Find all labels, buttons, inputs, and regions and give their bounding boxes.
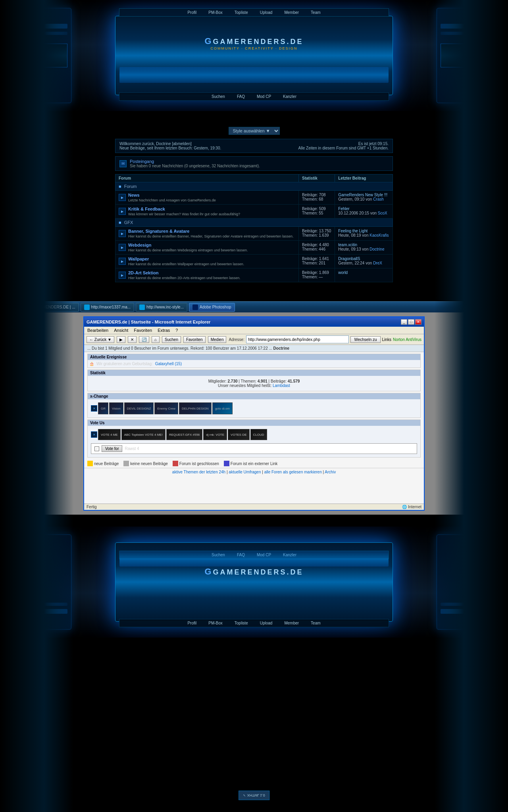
vote-banner-5[interactable]: CLOUD — [250, 429, 267, 440]
logo-area: GGAMERENDERS.DE COMMUNITY · CREATIVITY ·… — [115, 16, 393, 50]
exchange-banner-3[interactable]: Enemy Crew — [154, 402, 178, 414]
nav-upload[interactable]: Upload — [260, 10, 273, 15]
forum-name-wallpaper[interactable]: Wallpaper — [128, 257, 244, 261]
welcome-bar: Willkommen zurück, Doctrine [abmelden] N… — [115, 139, 393, 153]
lastpost-user-news[interactable]: Crash — [373, 197, 384, 201]
ie-refresh-button[interactable]: 🔄 — [139, 336, 149, 343]
vote-banner-4[interactable]: VOTES DE — [228, 429, 249, 440]
post-icon: ✉ — [119, 160, 127, 167]
forum-name-banner[interactable]: Banner, Signaturen & Avatare — [128, 229, 294, 234]
nav-pmbox[interactable]: PM-Box — [208, 10, 223, 15]
nav-faq[interactable]: FAQ — [237, 94, 245, 99]
taskbar-item-1[interactable]: http://maxxr1337.ma... — [81, 303, 135, 312]
exchange-banner-4[interactable]: DELPHIN DESIGN — [179, 402, 212, 414]
nav-team[interactable]: Team — [311, 10, 320, 15]
bottom-nav-member[interactable]: Member — [284, 621, 299, 625]
lastpost-title-wallpaper[interactable]: DragonballS — [338, 257, 389, 261]
nav-modcp[interactable]: Mod CP — [257, 94, 271, 99]
bottom-nav-profil[interactable]: Profil — [187, 621, 196, 625]
lastpost-title-2d[interactable]: world — [338, 270, 389, 275]
forum-icon-wallpaper: ▶ — [119, 258, 126, 265]
lastpost-2d: world — [335, 268, 393, 282]
taskbar-item-ps[interactable]: Adobe Photoshop — [189, 303, 235, 312]
nav-topliste[interactable]: Topliste — [235, 10, 248, 15]
menu-bearbeiten[interactable]: Bearbeiten — [86, 327, 110, 333]
lastpost-user-wallpaper[interactable]: DreX — [373, 261, 382, 265]
ie-back-button[interactable]: ← Zurück ▼ — [87, 336, 114, 343]
ie-toolbar: ← Zurück ▼ ▶ ✕ 🔄 ⌂ Suchen Favoriten Medi… — [84, 334, 424, 345]
nav-profil[interactable]: Profil — [187, 10, 196, 15]
footer-link-2[interactable]: alle Foren als gelesen markieren — [264, 470, 322, 474]
ie-search-button[interactable]: Suchen — [162, 336, 181, 343]
bottom-nav-upload[interactable]: Upload — [260, 621, 273, 625]
lastpost-user-web[interactable]: Doctrine — [369, 247, 384, 251]
vote-banner-3[interactable]: dj rnk: VOTE — [203, 429, 227, 440]
newest-member[interactable]: Lambdast — [273, 383, 290, 388]
exchange-banner-5[interactable]: goto di.om — [212, 402, 233, 414]
ie-fav-button[interactable]: Favoriten — [183, 336, 206, 343]
bottom-nav-team[interactable]: Team — [311, 621, 320, 625]
forum-info-2d: 2D-Art Sektion Hier kannst du deine erst… — [128, 270, 241, 280]
vote-title: Vote Us — [88, 420, 420, 426]
forum-name-web[interactable]: Webdesign — [128, 243, 248, 247]
post-title: Posteingang — [130, 159, 260, 164]
taskbar-item-2[interactable]: http://www.inc-style... — [136, 303, 187, 312]
ie-minimize-button[interactable]: _ — [401, 319, 407, 325]
lastpost-title-banner[interactable]: Feeling the Light — [338, 229, 389, 233]
bottom-logo: GGAMERENDERS.DE — [115, 567, 393, 577]
nav-member[interactable]: Member — [284, 10, 299, 15]
section-forum-label: ■ Forum — [115, 182, 393, 191]
menu-favoriten[interactable]: Favoriten — [132, 327, 154, 333]
footer-link-1[interactable]: aktuelle Umfragen — [229, 470, 261, 474]
bottom-nav-pmbox[interactable]: PM-Box — [208, 621, 223, 625]
nav-suchen[interactable]: Suchen — [212, 94, 225, 99]
exchange-banner-0[interactable]: GR — [98, 402, 108, 414]
internet-zone: 🌐 Internet — [402, 505, 421, 509]
menu-extras[interactable]: Extras — [156, 327, 171, 333]
ie-media-button[interactable]: Medien — [208, 336, 227, 343]
exchange-banner-1[interactable]: Vision — [109, 402, 123, 414]
vote-banner-1[interactable]: ABC Toplisten VOTE 4 ME! — [121, 429, 165, 440]
exchange-close-icon: ✕ — [91, 405, 97, 412]
taskbar-item-0[interactable]: GAMERENDERS.DE | ... — [20, 303, 79, 312]
ie-forward-button[interactable]: ▶ — [117, 336, 125, 343]
vote-banner-2[interactable]: REQUEST-GFX #556 — [166, 429, 202, 440]
lastpost-user-banner[interactable]: KaosKrafis — [369, 233, 389, 237]
vote-for-button[interactable]: Vote for — [102, 445, 122, 452]
forum-cell-2d: ▶ 2D-Art Sektion Hier kannst du deine er… — [115, 268, 299, 282]
forum-cell-web: ▶ Webdesign Hier kannst du deine erstell… — [115, 241, 299, 255]
exchange-title: x-Change — [88, 393, 420, 399]
lastpost-user-kritik[interactable]: ScoX — [378, 211, 387, 215]
forum-icon-web: ▶ — [119, 244, 126, 251]
ie-address-input[interactable] — [246, 335, 349, 343]
lastpost-title-kritik[interactable]: Fehler — [338, 207, 389, 211]
style-dropdown[interactable]: Style auswählen ▼ — [229, 127, 280, 135]
ie-go-button[interactable]: Wechseln zu — [350, 336, 380, 343]
external-link-icon — [224, 461, 229, 466]
nav-kanzler[interactable]: Kanzler — [283, 94, 296, 99]
footer-link-0[interactable]: aktive Themen der letzten 24h — [172, 470, 225, 474]
start-button[interactable]: Start — [2, 303, 19, 312]
birthday-user[interactable]: Galaxyhell (15) — [155, 362, 182, 366]
footer-link-3[interactable]: Archiv — [325, 470, 336, 474]
forum-name-kritik[interactable]: Kritik & Feedback — [128, 207, 240, 211]
ie-close-button[interactable]: ✕ — [415, 319, 421, 325]
forum-name-2d[interactable]: 2D-Art Sektion — [128, 270, 241, 275]
exchange-section: x-Change ✕ GR Vision DEVIL DESIGNZ Enemy… — [87, 393, 421, 418]
lastpost-title-web[interactable]: team.xcitin — [338, 243, 389, 247]
forum-name-news[interactable]: News — [128, 193, 216, 197]
vote-checkbox[interactable]: ✓ — [94, 446, 99, 451]
bottom-nav-topliste[interactable]: Topliste — [235, 621, 248, 625]
menu-ansicht[interactable]: Ansicht — [112, 327, 130, 333]
ie-maximize-button[interactable]: □ — [408, 319, 414, 325]
exchange-banner-2[interactable]: DEVIL DESIGNZ — [124, 402, 154, 414]
lastpost-title-news[interactable]: GameRenders New Style !!! — [338, 193, 389, 197]
ie-home-button[interactable]: ⌂ — [152, 336, 160, 343]
ie-stop-button[interactable]: ✕ — [128, 336, 137, 343]
forum-info-kritik: Kritik & Feedback Was können wir besser … — [128, 207, 240, 216]
ie-controls: _ □ ✕ — [401, 319, 421, 325]
vote-section: Vote Us ✕ VOTE 4 ME ABC Toplisten VOTE 4… — [87, 419, 421, 458]
ie-title: GAMERENDERS.de | Startseite - Microsoft … — [87, 320, 210, 324]
menu-help[interactable]: ? — [174, 327, 179, 333]
vote-banner-0[interactable]: VOTE 4 ME — [98, 429, 121, 440]
